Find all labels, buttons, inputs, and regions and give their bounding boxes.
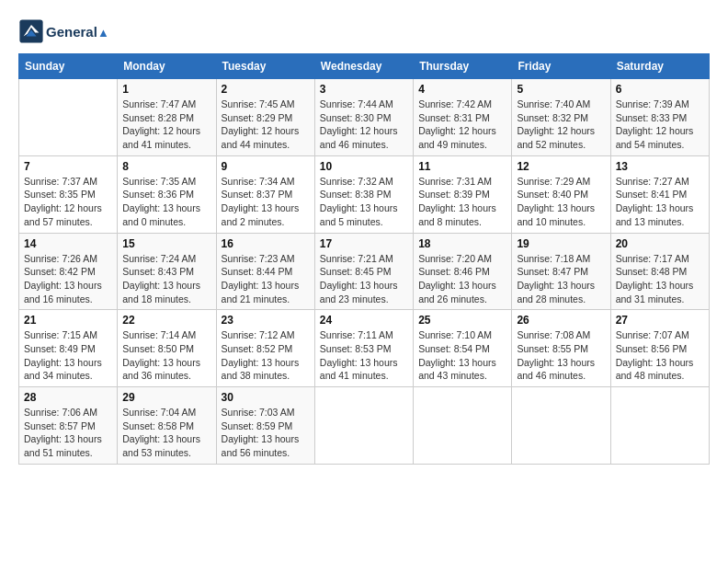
calendar-cell: 24Sunrise: 7:11 AM Sunset: 8:53 PM Dayli… (314, 310, 413, 387)
calendar-cell: 21Sunrise: 7:15 AM Sunset: 8:49 PM Dayli… (19, 310, 118, 387)
header-cell-tuesday: Tuesday (216, 54, 314, 79)
calendar-cell (414, 387, 512, 465)
week-row-3: 21Sunrise: 7:15 AM Sunset: 8:49 PM Dayli… (19, 310, 710, 387)
day-info: Sunrise: 7:17 AM Sunset: 8:48 PM Dayligh… (616, 252, 704, 306)
day-info: Sunrise: 7:37 AM Sunset: 8:35 PM Dayligh… (24, 175, 112, 229)
calendar-cell: 22Sunrise: 7:14 AM Sunset: 8:50 PM Dayli… (118, 310, 216, 387)
day-info: Sunrise: 7:15 AM Sunset: 8:49 PM Dayligh… (24, 328, 112, 383)
day-info: Sunrise: 7:42 AM Sunset: 8:31 PM Dayligh… (418, 98, 506, 152)
day-number: 22 (122, 314, 210, 327)
day-number: 4 (418, 83, 506, 96)
day-info: Sunrise: 7:34 AM Sunset: 8:37 PM Dayligh… (222, 175, 310, 229)
calendar-cell (314, 387, 413, 465)
calendar-cell: 4Sunrise: 7:42 AM Sunset: 8:31 PM Daylig… (414, 79, 512, 156)
calendar-cell: 2Sunrise: 7:45 AM Sunset: 8:29 PM Daylig… (216, 79, 314, 156)
header-cell-friday: Friday (512, 54, 610, 79)
day-number: 23 (222, 314, 310, 327)
day-info: Sunrise: 7:14 AM Sunset: 8:50 PM Dayligh… (122, 328, 210, 383)
day-info: Sunrise: 7:47 AM Sunset: 8:28 PM Dayligh… (122, 98, 210, 152)
day-info: Sunrise: 7:27 AM Sunset: 8:41 PM Dayligh… (616, 175, 704, 229)
calendar-cell: 8Sunrise: 7:35 AM Sunset: 8:36 PM Daylig… (118, 155, 216, 233)
day-info: Sunrise: 7:24 AM Sunset: 8:43 PM Dayligh… (122, 252, 210, 306)
day-number: 18 (418, 237, 506, 250)
day-info: Sunrise: 7:06 AM Sunset: 8:57 PM Dayligh… (24, 406, 112, 460)
day-number: 5 (517, 83, 605, 96)
day-info: Sunrise: 7:04 AM Sunset: 8:58 PM Dayligh… (122, 406, 210, 460)
logo-icon (18, 18, 44, 44)
calendar-cell: 27Sunrise: 7:07 AM Sunset: 8:56 PM Dayli… (610, 310, 709, 387)
day-number: 10 (320, 160, 408, 173)
day-number: 21 (24, 314, 112, 327)
calendar-cell: 13Sunrise: 7:27 AM Sunset: 8:41 PM Dayli… (610, 155, 709, 233)
calendar-cell: 5Sunrise: 7:40 AM Sunset: 8:32 PM Daylig… (512, 79, 610, 156)
calendar-cell: 25Sunrise: 7:10 AM Sunset: 8:54 PM Dayli… (414, 310, 512, 387)
calendar-cell: 1Sunrise: 7:47 AM Sunset: 8:28 PM Daylig… (118, 79, 216, 156)
day-info: Sunrise: 7:10 AM Sunset: 8:54 PM Dayligh… (418, 328, 506, 383)
day-number: 12 (517, 160, 605, 173)
calendar-body: 1Sunrise: 7:47 AM Sunset: 8:28 PM Daylig… (19, 79, 710, 465)
calendar-cell: 10Sunrise: 7:32 AM Sunset: 8:38 PM Dayli… (314, 155, 413, 233)
calendar-cell (610, 387, 709, 465)
day-info: Sunrise: 7:40 AM Sunset: 8:32 PM Dayligh… (517, 98, 605, 152)
calendar-cell: 15Sunrise: 7:24 AM Sunset: 8:43 PM Dayli… (118, 233, 216, 310)
header: General▲ (18, 18, 710, 44)
day-info: Sunrise: 7:44 AM Sunset: 8:30 PM Dayligh… (320, 98, 408, 152)
calendar-cell: 18Sunrise: 7:20 AM Sunset: 8:46 PM Dayli… (414, 233, 512, 310)
logo-text: General▲ (46, 24, 109, 40)
calendar-cell (19, 79, 118, 156)
day-number: 16 (222, 237, 310, 250)
week-row-2: 14Sunrise: 7:26 AM Sunset: 8:42 PM Dayli… (19, 233, 710, 310)
day-number: 24 (320, 314, 408, 327)
day-info: Sunrise: 7:23 AM Sunset: 8:44 PM Dayligh… (222, 252, 310, 306)
calendar-cell: 12Sunrise: 7:29 AM Sunset: 8:40 PM Dayli… (512, 155, 610, 233)
header-row: SundayMondayTuesdayWednesdayThursdayFrid… (19, 54, 710, 79)
day-info: Sunrise: 7:21 AM Sunset: 8:45 PM Dayligh… (320, 252, 408, 306)
day-info: Sunrise: 7:18 AM Sunset: 8:47 PM Dayligh… (517, 252, 605, 306)
day-number: 7 (24, 160, 112, 173)
day-number: 28 (24, 391, 112, 404)
calendar-cell: 29Sunrise: 7:04 AM Sunset: 8:58 PM Dayli… (118, 387, 216, 465)
calendar-table: SundayMondayTuesdayWednesdayThursdayFrid… (18, 53, 710, 465)
day-number: 15 (122, 237, 210, 250)
calendar-cell: 3Sunrise: 7:44 AM Sunset: 8:30 PM Daylig… (314, 79, 413, 156)
week-row-0: 1Sunrise: 7:47 AM Sunset: 8:28 PM Daylig… (19, 79, 710, 156)
calendar-cell: 19Sunrise: 7:18 AM Sunset: 8:47 PM Dayli… (512, 233, 610, 310)
day-info: Sunrise: 7:32 AM Sunset: 8:38 PM Dayligh… (320, 175, 408, 229)
day-number: 20 (616, 237, 704, 250)
day-number: 11 (418, 160, 506, 173)
calendar-cell: 14Sunrise: 7:26 AM Sunset: 8:42 PM Dayli… (19, 233, 118, 310)
calendar-cell: 7Sunrise: 7:37 AM Sunset: 8:35 PM Daylig… (19, 155, 118, 233)
calendar-cell: 17Sunrise: 7:21 AM Sunset: 8:45 PM Dayli… (314, 233, 413, 310)
day-info: Sunrise: 7:45 AM Sunset: 8:29 PM Dayligh… (222, 98, 310, 152)
day-number: 1 (122, 83, 210, 96)
day-number: 14 (24, 237, 112, 250)
day-info: Sunrise: 7:12 AM Sunset: 8:52 PM Dayligh… (222, 328, 310, 383)
day-number: 17 (320, 237, 408, 250)
day-info: Sunrise: 7:26 AM Sunset: 8:42 PM Dayligh… (24, 252, 112, 306)
calendar-cell: 20Sunrise: 7:17 AM Sunset: 8:48 PM Dayli… (610, 233, 709, 310)
day-number: 19 (517, 237, 605, 250)
day-info: Sunrise: 7:29 AM Sunset: 8:40 PM Dayligh… (517, 175, 605, 229)
day-info: Sunrise: 7:39 AM Sunset: 8:33 PM Dayligh… (616, 98, 704, 152)
day-number: 26 (517, 314, 605, 327)
calendar-cell: 6Sunrise: 7:39 AM Sunset: 8:33 PM Daylig… (610, 79, 709, 156)
calendar-cell: 9Sunrise: 7:34 AM Sunset: 8:37 PM Daylig… (216, 155, 314, 233)
calendar-cell: 26Sunrise: 7:08 AM Sunset: 8:55 PM Dayli… (512, 310, 610, 387)
logo: General▲ (18, 18, 109, 44)
day-info: Sunrise: 7:31 AM Sunset: 8:39 PM Dayligh… (418, 175, 506, 229)
logo-line1: General▲ (46, 24, 109, 40)
calendar-cell: 23Sunrise: 7:12 AM Sunset: 8:52 PM Dayli… (216, 310, 314, 387)
calendar-cell: 30Sunrise: 7:03 AM Sunset: 8:59 PM Dayli… (216, 387, 314, 465)
day-number: 9 (222, 160, 310, 173)
week-row-4: 28Sunrise: 7:06 AM Sunset: 8:57 PM Dayli… (19, 387, 710, 465)
day-number: 29 (122, 391, 210, 404)
calendar-cell (512, 387, 610, 465)
day-info: Sunrise: 7:08 AM Sunset: 8:55 PM Dayligh… (517, 328, 605, 383)
day-number: 6 (616, 83, 704, 96)
header-cell-wednesday: Wednesday (314, 54, 413, 79)
header-cell-thursday: Thursday (414, 54, 512, 79)
day-number: 13 (616, 160, 704, 173)
header-cell-monday: Monday (118, 54, 216, 79)
calendar-cell: 16Sunrise: 7:23 AM Sunset: 8:44 PM Dayli… (216, 233, 314, 310)
day-info: Sunrise: 7:20 AM Sunset: 8:46 PM Dayligh… (418, 252, 506, 306)
